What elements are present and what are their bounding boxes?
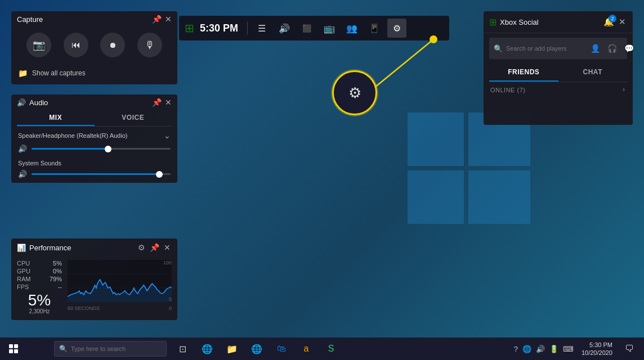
xbox-social-tabs: FRIENDS CHAT bbox=[489, 64, 627, 82]
gamebar-menu-button[interactable]: ☰ bbox=[252, 19, 271, 38]
record-button[interactable]: ⏺ bbox=[100, 33, 125, 57]
tab-chat[interactable]: CHAT bbox=[558, 64, 628, 82]
start-windows-icon bbox=[9, 344, 18, 353]
xbox-add-friend-icon[interactable]: 👤 bbox=[587, 40, 603, 56]
system-sounds-icon: 🔊 bbox=[18, 170, 27, 178]
system-sounds-label: System Sounds bbox=[11, 158, 177, 168]
system-sounds-thumb[interactable] bbox=[156, 171, 163, 178]
performance-pin-icon[interactable]: 📌 bbox=[149, 242, 160, 253]
gamebar: ⊞ 5:30 PM ☰ 🔊 ⬛ 📺 👥 📱 ⚙ bbox=[179, 16, 449, 40]
taskbar-icon-browser[interactable]: 🌐 bbox=[196, 338, 218, 360]
headset-icon: 🎧 bbox=[607, 44, 617, 53]
taskbar-clock[interactable]: 5:30 PM 10/20/2020 bbox=[578, 341, 616, 357]
tab-voice[interactable]: VOICE bbox=[95, 110, 172, 126]
xbox-message-icon[interactable]: 💬 bbox=[621, 40, 637, 56]
audio-device-row: Speaker/Headphone (Realtek(R) Audio) ⌄ bbox=[11, 127, 177, 142]
mic-button[interactable]: 🎙 bbox=[137, 33, 162, 57]
performance-panel-header-left: 📊 Performance bbox=[17, 244, 133, 252]
gamebar-capture-button[interactable]: ⬛ bbox=[297, 19, 316, 38]
taskbar-search-input[interactable] bbox=[71, 345, 155, 352]
taskbar-search[interactable]: 🔍 bbox=[54, 341, 167, 357]
audio-panel-header: 🔊 Audio 📌 ✕ bbox=[11, 94, 177, 110]
gamebar-broadcast-icon: 📺 bbox=[324, 23, 335, 34]
action-center-icon: 🗨 bbox=[625, 344, 634, 354]
xbox-online-label: ONLINE (7) bbox=[484, 81, 532, 97]
audio-close-icon[interactable]: ✕ bbox=[165, 98, 172, 107]
taskbar-sound-icon[interactable]: 🔊 bbox=[535, 344, 546, 354]
taskbar-icon-amazon[interactable]: a bbox=[295, 338, 317, 360]
performance-panel-header: 📊 Performance ⚙ 📌 ✕ bbox=[11, 238, 177, 256]
xbox-friends-list bbox=[484, 97, 633, 125]
system-sounds-fill bbox=[32, 173, 159, 175]
capture-panel-title: Capture bbox=[17, 15, 149, 24]
fps-stat-label: FPS bbox=[17, 284, 29, 290]
performance-chart-svg bbox=[68, 260, 172, 302]
record-last-button[interactable]: ⏮ bbox=[64, 33, 88, 57]
start-button[interactable] bbox=[0, 338, 27, 360]
gamebar-audio-icon: 🔊 bbox=[279, 23, 290, 34]
performance-panel: 📊 Performance ⚙ 📌 ✕ CPU 5% GPU 0% RAM 79… bbox=[11, 238, 177, 320]
settings-gear-icon: ⚙ bbox=[348, 84, 361, 102]
audio-volume-fill bbox=[32, 148, 108, 150]
taskbar-icon-taskview[interactable]: ⊡ bbox=[171, 338, 194, 360]
performance-settings-icon[interactable]: ⚙ bbox=[137, 242, 146, 253]
taskbar-icon-app[interactable]: S bbox=[320, 338, 342, 360]
audio-panel: 🔊 Audio 📌 ✕ MIX VOICE Speaker/Headphone … bbox=[11, 94, 177, 183]
taskbar: 🔍 ⊡ 🌐 📁 🌐 🛍 a S ? 🌐 🔊 🔋 bbox=[0, 338, 644, 360]
taskbar-action-center[interactable]: 🗨 bbox=[619, 338, 639, 360]
show-all-captures-button[interactable]: 📁 Show all captures bbox=[11, 65, 177, 84]
gamebar-xbox-icon: ⊞ bbox=[185, 21, 194, 35]
audio-device-chevron-icon[interactable]: ⌄ bbox=[164, 131, 171, 140]
record-last-icon: ⏮ bbox=[71, 40, 80, 50]
capture-panel-header: Capture 📌 ✕ bbox=[11, 11, 177, 27]
capture-pin-icon[interactable]: 📌 bbox=[152, 15, 162, 24]
gamebar-broadcast-button[interactable]: 📺 bbox=[320, 19, 339, 38]
taskbar-battery-icon[interactable]: 🔋 bbox=[548, 344, 560, 354]
xbox-search-input[interactable] bbox=[506, 45, 584, 52]
person-icon: 👤 bbox=[591, 44, 600, 53]
xbox-headset-icon[interactable]: 🎧 bbox=[604, 40, 620, 56]
xbox-search-icon: 🔍 bbox=[494, 44, 503, 53]
taskbar-help-icon[interactable]: ? bbox=[513, 344, 519, 354]
fps-stat-row: FPS -- bbox=[17, 284, 62, 290]
tab-mix[interactable]: MIX bbox=[17, 110, 95, 126]
taskbar-system-icons: ? 🌐 🔊 🔋 ⌨ bbox=[513, 344, 575, 354]
cpu-stat-value: 5% bbox=[53, 260, 62, 267]
performance-chart-icon: 📊 bbox=[17, 244, 26, 252]
gamebar-capture-icon: ⬛ bbox=[302, 24, 311, 33]
taskbar-keyboard-icon[interactable]: ⌨ bbox=[562, 344, 575, 354]
audio-volume-thumb[interactable] bbox=[105, 146, 111, 152]
screenshot-button[interactable]: 📷 bbox=[26, 33, 51, 57]
gamebar-social-button[interactable]: 👥 bbox=[342, 19, 361, 38]
audio-speaker-icon: 🔊 bbox=[17, 98, 26, 107]
perf-chart-x-left: 60 SECONDS bbox=[68, 305, 100, 311]
capture-icons-row: 📷 ⏮ ⏺ 🎙 bbox=[11, 27, 177, 65]
gamebar-settings-button[interactable]: ⚙ bbox=[387, 19, 406, 38]
performance-panel-title: Performance bbox=[29, 244, 71, 252]
audio-volume-icon: 🔊 bbox=[18, 145, 27, 153]
notification-badge: 2 bbox=[609, 15, 616, 22]
taskbar-icon-edge[interactable]: 🌐 bbox=[245, 338, 268, 360]
gamebar-social-icon: 👥 bbox=[346, 23, 357, 34]
taskbar-network-icon[interactable]: 🌐 bbox=[521, 344, 533, 354]
capture-close-icon[interactable]: ✕ bbox=[165, 15, 172, 24]
cpu-stat-row: CPU 5% bbox=[17, 260, 62, 267]
tab-friends[interactable]: FRIENDS bbox=[489, 64, 558, 82]
xbox-logo-icon: ⊞ bbox=[489, 17, 497, 28]
audio-pin-icon[interactable]: 📌 bbox=[152, 98, 162, 107]
gpu-stat-row: GPU 0% bbox=[17, 268, 62, 274]
store-icon: 🛍 bbox=[277, 344, 286, 354]
xbox-notification-button[interactable]: 🔔 2 bbox=[602, 16, 615, 28]
taskbar-icon-store[interactable]: 🛍 bbox=[270, 338, 293, 360]
gamebar-audio-button[interactable]: 🔊 bbox=[275, 19, 294, 38]
performance-close-icon[interactable]: ✕ bbox=[163, 242, 172, 253]
xbox-section-expand-icon[interactable]: › bbox=[620, 83, 627, 96]
taskbar-icon-explorer[interactable]: 📁 bbox=[221, 338, 243, 360]
xbox-social-close-icon[interactable]: ✕ bbox=[618, 16, 627, 28]
audio-volume-slider[interactable] bbox=[32, 148, 171, 150]
system-sounds-slider[interactable] bbox=[32, 173, 171, 175]
gamebar-mobile-button[interactable]: 📱 bbox=[365, 19, 384, 38]
gamebar-divider bbox=[247, 21, 248, 35]
taskbar-date-display: 10/20/2020 bbox=[582, 349, 612, 357]
xbox-social-action-icons: 👤 🎧 💬 bbox=[587, 40, 637, 56]
